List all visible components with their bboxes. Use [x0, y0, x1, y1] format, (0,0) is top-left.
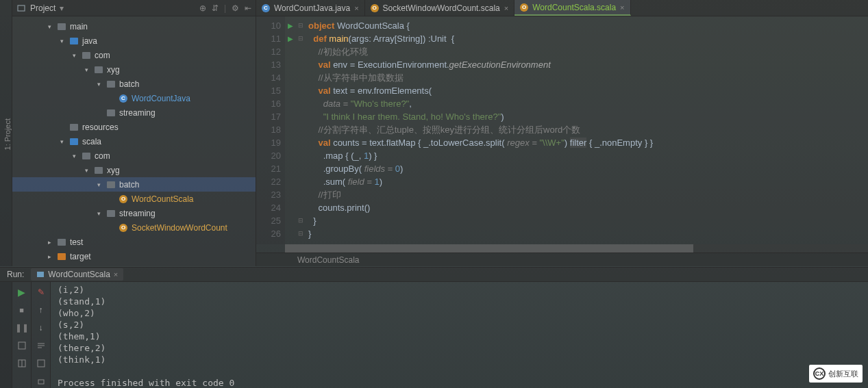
code-line[interactable]: .groupBy( fields = 0)	[308, 162, 653, 175]
tree-arrow[interactable]: ▾	[58, 138, 66, 145]
close-icon[interactable]: ×	[354, 4, 358, 12]
scroll-button[interactable]	[36, 358, 47, 369]
layout-button[interactable]	[16, 358, 27, 369]
code-line[interactable]: "I think I hear them. Stand, ho! Who's t…	[308, 110, 653, 123]
tab-WordCountScala.scala[interactable]: OWordCountScala.scala×	[514, 0, 630, 16]
tree-row-main[interactable]: ▾main	[12, 19, 256, 34]
print-button[interactable]	[36, 376, 47, 387]
run-gutter[interactable]: ▶▶	[285, 16, 296, 244]
tree-arrow[interactable]: ▸	[45, 253, 53, 260]
fold-marker[interactable]: ⊟	[296, 19, 306, 32]
fold-gutter[interactable]: ⊟⊟⊟⊟	[296, 16, 306, 244]
folder-icon	[69, 38, 79, 44]
run-config-tab[interactable]: WordCountScala ×	[31, 268, 123, 281]
tree-arrow[interactable]: ▾	[95, 181, 103, 188]
code-line[interactable]: val env = ExecutionEnvironment.getExecut…	[308, 58, 653, 71]
folder-icon	[69, 124, 79, 131]
dropdown-icon[interactable]: ▾	[60, 3, 64, 13]
tree-arrow[interactable]: ▾	[70, 153, 78, 159]
run-line-marker[interactable]: ▶	[285, 32, 296, 45]
left-tool-strip-lower[interactable]	[0, 281, 12, 388]
fold-marker	[296, 110, 306, 123]
tree-row-test[interactable]: ▸test	[12, 235, 256, 249]
tree-label: WordCountScala	[132, 194, 194, 204]
scrollbar-thumb[interactable]	[285, 244, 693, 253]
fold-marker	[296, 58, 306, 71]
code-line[interactable]: val text = env.fromElements(	[308, 84, 653, 97]
tree-arrow[interactable]: ▸	[45, 239, 53, 246]
tab-SocketWindowWordCount.scala[interactable]: OSocketWindowWordCount.scala×	[365, 0, 515, 16]
code-line[interactable]: def main(args: Array[String]) :Unit {	[308, 32, 653, 45]
close-icon[interactable]: ×	[620, 3, 624, 12]
code-line[interactable]: .map { (_, 1) }	[308, 149, 653, 162]
code-line[interactable]: val counts = text.flatMap { _.toLowerCas…	[308, 136, 653, 149]
down-button[interactable]: ↓	[36, 322, 47, 333]
tree-row-java[interactable]: ▾java	[12, 34, 256, 48]
editor-breadcrumb[interactable]: WordCountScala	[256, 253, 868, 266]
tree-row-socketwindowwordcount[interactable]: OSocketWindowWordCount	[12, 220, 256, 235]
collapse-icon[interactable]: ⇤	[245, 3, 251, 13]
run-line-marker	[285, 214, 296, 227]
pause-button[interactable]: ❚❚	[16, 322, 27, 333]
run-console[interactable]: (i,2) (stand,1) (who,2) (s,2) (them,1) (…	[51, 281, 868, 388]
tree-row-wordcountscala[interactable]: OWordCountScala	[12, 192, 256, 206]
wrap-button[interactable]	[36, 340, 47, 351]
fold-marker	[296, 97, 306, 110]
tree-arrow[interactable]: ▾	[58, 38, 66, 44]
tree-row-xyg[interactable]: ▾xyg	[12, 163, 256, 177]
fold-marker	[296, 149, 306, 162]
code-line[interactable]: }	[308, 227, 653, 240]
code-line[interactable]: //打印	[308, 188, 653, 201]
tree-arrow[interactable]: ▾	[82, 66, 90, 73]
flatten-icon[interactable]: ⇵	[212, 3, 219, 13]
code-area[interactable]: object WordCountScala { def main(args: A…	[306, 16, 653, 244]
editor-body[interactable]: 1011121314151617181920212223242526 ▶▶ ⊟⊟…	[256, 16, 868, 244]
stop-button[interactable]: ■	[16, 305, 27, 315]
tree-arrow[interactable]: ▾	[95, 210, 103, 217]
tree-label: java	[82, 36, 97, 46]
fold-marker[interactable]: ⊟	[296, 32, 306, 45]
code-line[interactable]: //分割字符串、汇总tuple、按照key进行分组、统计分组后word个数	[308, 123, 653, 136]
run-line-marker[interactable]: ▶	[285, 19, 296, 32]
tree-arrow[interactable]: ▾	[45, 23, 53, 30]
code-line[interactable]: object WordCountScala {	[308, 19, 653, 32]
tree-row-batch[interactable]: ▾batch	[12, 177, 256, 192]
close-icon[interactable]: ×	[504, 4, 508, 12]
code-line[interactable]: .sum( field = 1)	[308, 175, 653, 188]
gear-icon[interactable]: ⚙	[232, 3, 239, 13]
dump-button[interactable]	[16, 340, 27, 351]
code-line[interactable]: data = "Who's there?",	[308, 97, 653, 110]
fold-marker[interactable]: ⊟	[296, 214, 306, 227]
code-line[interactable]: //从字符串中加载数据	[308, 71, 653, 84]
rerun-button[interactable]: ▶	[16, 287, 27, 298]
tree-row-batch[interactable]: ▾batch	[12, 77, 256, 91]
target-icon[interactable]: ⊕	[199, 3, 206, 13]
tree-row-streaming[interactable]: ▾streaming	[12, 206, 256, 220]
edit-button[interactable]: ✎	[36, 287, 47, 298]
tab-label: SocketWindowWordCount.scala	[383, 3, 500, 13]
tree-row-scala[interactable]: ▾scala	[12, 134, 256, 148]
object-icon: O	[118, 195, 129, 203]
up-button[interactable]: ↑	[36, 305, 47, 315]
code-line[interactable]: counts.print()	[308, 201, 653, 214]
close-icon[interactable]: ×	[114, 270, 118, 279]
left-tool-strip[interactable]: 1: Project	[0, 0, 12, 266]
tree-arrow[interactable]: ▾	[70, 52, 78, 59]
tree-row-com[interactable]: ▾com	[12, 48, 256, 62]
project-tree[interactable]: ▾main▾java▾com▾xyg▾batchCWordCountJavast…	[12, 16, 256, 266]
tree-row-xyg[interactable]: ▾xyg	[12, 62, 256, 77]
tree-arrow[interactable]: ▾	[95, 81, 103, 88]
tree-row-streaming[interactable]: streaming	[12, 105, 256, 120]
tab-WordCountJava.java[interactable]: CWordCountJava.java×	[256, 0, 365, 16]
tree-row-com[interactable]: ▾com	[12, 148, 256, 163]
tree-arrow[interactable]: ▾	[82, 167, 90, 174]
code-line[interactable]: //初始化环境	[308, 45, 653, 58]
code-line[interactable]: }	[308, 214, 653, 227]
run-toolbar-secondary: ✎ ↑ ↓	[32, 281, 51, 388]
tree-row-resources[interactable]: resources	[12, 120, 256, 134]
tree-row-wordcountjava[interactable]: CWordCountJava	[12, 91, 256, 105]
fold-marker[interactable]: ⊟	[296, 227, 306, 240]
editor-hscrollbar[interactable]	[285, 244, 868, 253]
strip-label[interactable]: 1: Project	[3, 118, 12, 150]
tree-row-target[interactable]: ▸target	[12, 249, 256, 263]
